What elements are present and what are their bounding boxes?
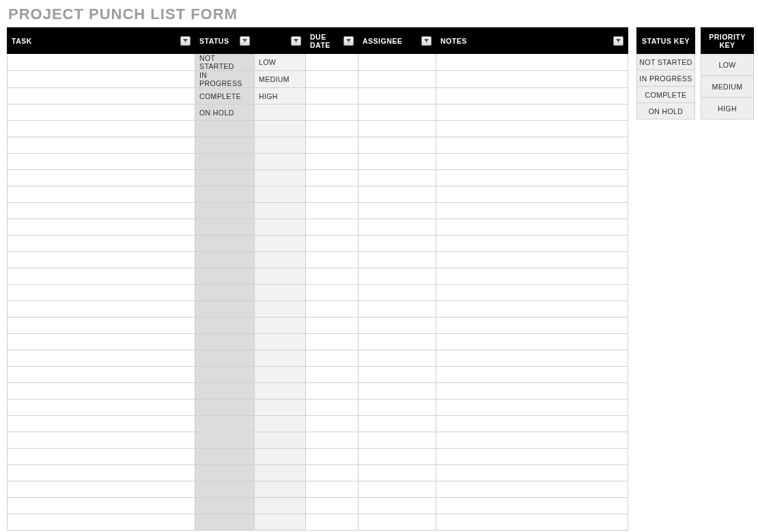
cell-due-date[interactable]	[306, 367, 359, 383]
cell-status[interactable]	[195, 400, 255, 416]
cell-due-date[interactable]	[306, 203, 359, 219]
cell-priority[interactable]	[255, 350, 306, 367]
cell-assignee[interactable]	[359, 186, 436, 203]
cell-assignee[interactable]	[359, 88, 436, 104]
cell-task[interactable]	[8, 203, 195, 219]
cell-status[interactable]	[195, 137, 255, 154]
cell-due-date[interactable]	[306, 318, 359, 334]
cell-task[interactable]	[8, 154, 195, 170]
cell-priority[interactable]	[255, 465, 306, 481]
cell-due-date[interactable]	[306, 465, 359, 481]
cell-notes[interactable]	[436, 498, 628, 514]
cell-status[interactable]	[195, 498, 255, 514]
cell-notes[interactable]	[436, 334, 628, 350]
cell-status[interactable]	[195, 236, 255, 252]
cell-task[interactable]	[8, 383, 195, 400]
cell-priority[interactable]	[255, 154, 306, 170]
cell-notes[interactable]	[436, 104, 628, 121]
filter-dropdown-icon[interactable]	[421, 36, 432, 46]
cell-due-date[interactable]	[306, 514, 359, 531]
cell-due-date[interactable]	[306, 88, 359, 104]
cell-due-date[interactable]	[306, 400, 359, 416]
cell-task[interactable]	[8, 334, 195, 350]
cell-notes[interactable]	[436, 432, 628, 449]
cell-due-date[interactable]	[306, 498, 359, 514]
cell-status[interactable]	[195, 334, 255, 350]
cell-status[interactable]	[195, 203, 255, 219]
cell-notes[interactable]	[436, 400, 628, 416]
cell-status[interactable]	[195, 514, 255, 531]
cell-due-date[interactable]	[306, 350, 359, 367]
cell-task[interactable]	[8, 514, 195, 531]
cell-assignee[interactable]	[359, 383, 436, 400]
cell-priority[interactable]	[255, 514, 306, 531]
cell-due-date[interactable]	[306, 137, 359, 154]
cell-priority[interactable]	[255, 268, 306, 285]
cell-priority[interactable]	[255, 383, 306, 400]
cell-assignee[interactable]	[359, 514, 436, 531]
cell-notes[interactable]	[436, 449, 628, 465]
cell-task[interactable]	[8, 481, 195, 498]
filter-dropdown-icon[interactable]	[180, 36, 191, 46]
cell-status[interactable]	[195, 301, 255, 318]
cell-task[interactable]	[8, 252, 195, 268]
cell-status[interactable]	[195, 268, 255, 285]
cell-notes[interactable]	[436, 137, 628, 154]
cell-due-date[interactable]	[306, 449, 359, 465]
cell-assignee[interactable]	[359, 71, 436, 88]
cell-task[interactable]	[8, 465, 195, 481]
cell-priority[interactable]	[255, 498, 306, 514]
cell-due-date[interactable]	[306, 236, 359, 252]
cell-status[interactable]	[195, 121, 255, 137]
cell-due-date[interactable]	[306, 154, 359, 170]
cell-notes[interactable]	[436, 481, 628, 498]
cell-priority[interactable]	[255, 121, 306, 137]
cell-due-date[interactable]	[306, 285, 359, 301]
cell-due-date[interactable]	[306, 416, 359, 432]
cell-status[interactable]	[195, 465, 255, 481]
cell-notes[interactable]	[436, 465, 628, 481]
cell-priority[interactable]	[255, 318, 306, 334]
cell-status[interactable]	[195, 154, 255, 170]
cell-status[interactable]	[195, 432, 255, 449]
cell-assignee[interactable]	[359, 54, 436, 71]
cell-priority[interactable]	[255, 137, 306, 154]
cell-status[interactable]: COMPLETE	[195, 88, 255, 104]
cell-task[interactable]	[8, 137, 195, 154]
cell-due-date[interactable]	[306, 170, 359, 186]
cell-status[interactable]	[195, 416, 255, 432]
col-header-task[interactable]: TASK	[8, 28, 195, 54]
cell-assignee[interactable]	[359, 252, 436, 268]
cell-task[interactable]	[8, 219, 195, 236]
cell-notes[interactable]	[436, 268, 628, 285]
cell-assignee[interactable]	[359, 350, 436, 367]
cell-task[interactable]	[8, 432, 195, 449]
cell-notes[interactable]	[436, 88, 628, 104]
cell-priority[interactable]	[255, 301, 306, 318]
cell-due-date[interactable]	[306, 301, 359, 318]
cell-status[interactable]	[195, 367, 255, 383]
cell-task[interactable]	[8, 301, 195, 318]
cell-priority[interactable]	[255, 416, 306, 432]
cell-notes[interactable]	[436, 71, 628, 88]
filter-dropdown-icon[interactable]	[291, 36, 301, 46]
cell-assignee[interactable]	[359, 285, 436, 301]
cell-priority[interactable]	[255, 400, 306, 416]
cell-assignee[interactable]	[359, 301, 436, 318]
cell-task[interactable]	[8, 498, 195, 514]
cell-assignee[interactable]	[359, 481, 436, 498]
col-header-priority[interactable]	[255, 28, 306, 54]
cell-priority[interactable]	[255, 481, 306, 498]
cell-assignee[interactable]	[359, 268, 436, 285]
cell-task[interactable]	[8, 400, 195, 416]
cell-status[interactable]: ON HOLD	[195, 104, 255, 121]
col-header-assignee[interactable]: ASSIGNEE	[359, 28, 436, 54]
cell-task[interactable]	[8, 449, 195, 465]
cell-assignee[interactable]	[359, 432, 436, 449]
cell-assignee[interactable]	[359, 449, 436, 465]
cell-notes[interactable]	[436, 301, 628, 318]
cell-notes[interactable]	[436, 203, 628, 219]
cell-task[interactable]	[8, 54, 195, 71]
cell-task[interactable]	[8, 367, 195, 383]
cell-task[interactable]	[8, 318, 195, 334]
